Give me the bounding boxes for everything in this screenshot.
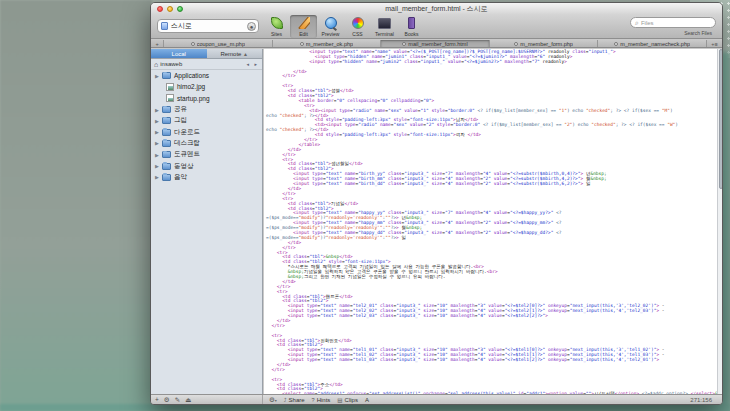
file-tree-item-공유[interactable]: ▶공유 — [151, 104, 262, 115]
toolbar-button-books[interactable]: Books — [398, 15, 425, 38]
site-name: 스시로 — [171, 21, 247, 31]
statusbar-main: ⚙▾ ⤴Share?Hints▤ClipsA 271:156 — [263, 395, 722, 404]
file-tree-item-다운로드[interactable]: ▶다운로드 — [151, 126, 262, 137]
edit-icon[interactable]: ✎ — [175, 395, 180, 404]
file-tree-item-Applications[interactable]: ▶Applications — [151, 70, 262, 81]
tab-m_member_namecheck.php[interactable]: m_member_namecheck.php — [598, 40, 707, 47]
tab-strip: coupon_use_m.phpm_member_ok.phpmail_memb… — [164, 40, 707, 47]
file-tree-item-도큐멘트[interactable]: ▶도큐멘트 — [151, 149, 262, 160]
image-icon — [166, 94, 174, 102]
toolbar-button-preview[interactable]: Preview — [317, 15, 344, 38]
toolbar-button-label: Terminal — [375, 31, 394, 37]
document-state-icon — [300, 42, 304, 46]
folder-icon — [162, 72, 171, 79]
sites-icon — [271, 17, 283, 29]
clips-icon: ▤ — [337, 397, 342, 403]
toolbar-button-sites[interactable]: Sites — [263, 15, 290, 38]
sidebar-nav-arrows[interactable]: ◂ ▸ — [247, 61, 259, 67]
terminal-icon — [378, 18, 391, 29]
hints-icon: ? — [312, 397, 315, 403]
disclosure-triangle-icon[interactable]: ▶ — [155, 73, 162, 79]
toolbar-button-label: CSS — [352, 31, 362, 37]
window-title: mail_member_form.html - 스시로 — [151, 4, 722, 14]
disclosure-triangle-icon[interactable]: ▶ — [155, 107, 162, 113]
eject-icon[interactable]: ⏏ — [185, 395, 191, 404]
add-button[interactable]: + — [155, 395, 159, 404]
toolbar: 스시로 ● SitesEditPreviewCSSTerminalBooks ⌕… — [151, 14, 722, 39]
window-body: Local Remote ▲ ⌂ insaweb ◂ ▸ ▶Applicatio… — [151, 49, 722, 394]
statusbar-button-hints[interactable]: ?Hints — [312, 397, 331, 403]
sidebar-footer: +⚙✎⏏ — [151, 395, 263, 404]
code-lines: <input type="text" name="name" value="<?… — [264, 49, 717, 394]
statusbar-button-label: Clips — [345, 397, 358, 403]
file-tree-item-label: himo2.jpg — [177, 83, 205, 90]
file-tree-item-label: 데스크탑 — [174, 139, 200, 148]
disclosure-triangle-icon[interactable]: ▶ — [155, 174, 162, 180]
tab-m_member_ok.php[interactable]: m_member_ok.php — [273, 40, 382, 47]
site-document-icon — [161, 22, 168, 30]
folder-icon — [162, 174, 171, 181]
gear-icon[interactable]: ⚙▾ — [269, 395, 277, 405]
title-bar[interactable]: mail_member_form.html - 스시로 — [151, 3, 722, 14]
status-bar: +⚙✎⏏ ⚙▾ ⤴Share?Hints▤ClipsA 271:156 — [151, 394, 722, 404]
desktop-wallpaper-left — [0, 0, 152, 411]
disclosure-triangle-icon[interactable]: ▶ — [155, 129, 162, 135]
disclosure-triangle-icon[interactable]: ▶ — [155, 140, 162, 146]
disclosure-triangle-icon[interactable]: ▶ — [155, 163, 162, 169]
desktop-wallpaper-bottom — [0, 404, 730, 411]
file-search-field[interactable]: ⌕ Files — [630, 17, 716, 28]
edit-icon — [298, 17, 310, 29]
tab-overview-button[interactable]: +≡ — [707, 40, 722, 47]
tab-label: m_member_namecheck.php — [620, 41, 690, 47]
tab-m_member_form.php[interactable]: m_member_form.php — [490, 40, 599, 47]
toolbar-button-edit[interactable]: Edit — [290, 15, 317, 38]
disclosure-triangle-icon[interactable]: ▶ — [155, 118, 162, 124]
file-tree-item-label: 동영상 — [174, 162, 194, 171]
site-selector[interactable]: 스시로 ● — [157, 19, 259, 33]
file-tree-item-label: Applications — [174, 72, 209, 79]
books-icon — [408, 17, 415, 29]
share-icon: ⤴ — [284, 397, 287, 403]
image-icon — [166, 83, 174, 91]
file-tree-item-label: 다운로드 — [174, 128, 200, 137]
site-disconnect-button[interactable]: ● — [247, 22, 256, 31]
document-state-icon — [191, 42, 195, 46]
tab-mail_member_form.html[interactable]: mail_member_form.html — [381, 40, 490, 47]
file-tree-item-himo2.jpg[interactable]: himo2.jpg — [151, 81, 262, 92]
sidebar-tab-local[interactable]: Local — [151, 49, 207, 58]
sidebar-root-header[interactable]: ⌂ insaweb ◂ ▸ — [151, 59, 262, 70]
toolbar-icons: SitesEditPreviewCSSTerminalBooks — [263, 15, 425, 38]
file-tree-item-label: 그림 — [174, 116, 187, 125]
file-tree: ▶Applicationshimo2.jpgstartup.png▶공유▶그림▶… — [151, 70, 262, 183]
toolbar-button-terminal[interactable]: Terminal — [371, 15, 398, 38]
folder-icon — [162, 151, 171, 158]
code-line: <input type="text" name="tel1_03" class=… — [266, 358, 717, 363]
folder-icon — [162, 163, 171, 170]
tab-coupon_use_m.php[interactable]: coupon_use_m.php — [164, 40, 273, 47]
search-placeholder: Files — [641, 20, 654, 26]
file-tree-item-데스크탑[interactable]: ▶데스크탑 — [151, 138, 262, 149]
search-icon: ⌕ — [635, 18, 639, 27]
coda-window: mail_member_form.html - 스시로 스시로 ● SitesE… — [150, 2, 723, 405]
statusbar-button-label: Share — [289, 397, 305, 403]
toolbar-button-css[interactable]: CSS — [344, 15, 371, 38]
new-tab-button[interactable]: + — [151, 40, 164, 47]
gear-icon[interactable]: ⚙ — [164, 395, 170, 404]
tab-label: m_member_form.php — [520, 41, 573, 47]
editor-scrollbar[interactable] — [717, 49, 722, 394]
file-tree-item-그림[interactable]: ▶그림 — [151, 115, 262, 126]
file-tree-item-동영상[interactable]: ▶동영상 — [151, 160, 262, 171]
statusbar-button-share[interactable]: ⤴Share — [284, 397, 305, 403]
scrollbar-thumb[interactable] — [719, 49, 723, 189]
folder-icon — [162, 140, 171, 147]
toolbar-button-label: Books — [405, 31, 419, 37]
statusbar-button-a[interactable]: A — [365, 397, 369, 403]
file-tree-item-startup.png[interactable]: startup.png — [151, 93, 262, 104]
folder-icon — [162, 117, 171, 124]
code-editor[interactable]: <input type="text" name="name" value="<?… — [264, 49, 717, 394]
statusbar-button-clips[interactable]: ▤Clips — [337, 397, 358, 403]
sidebar-tab-remote[interactable]: Remote ▲ — [207, 49, 263, 58]
file-tree-item-음악[interactable]: ▶음악 — [151, 172, 262, 183]
disclosure-triangle-icon[interactable]: ▶ — [155, 152, 162, 158]
search-caption: Search Files — [684, 30, 712, 36]
